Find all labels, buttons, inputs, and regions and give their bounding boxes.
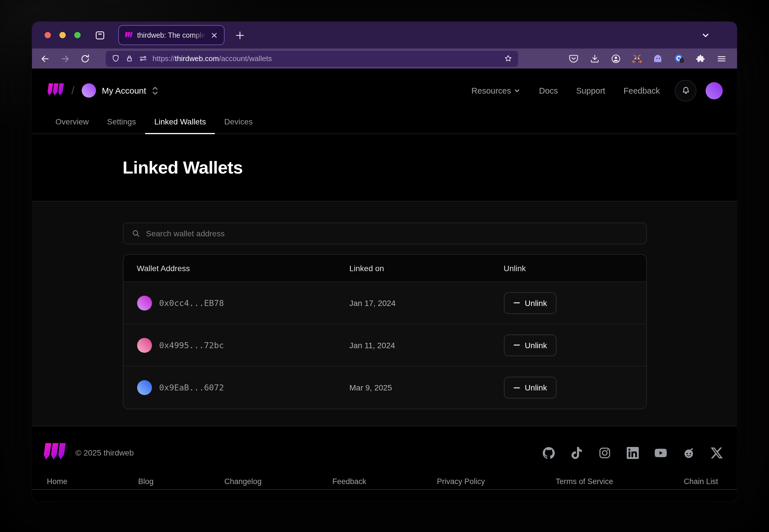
url-scheme: https:// xyxy=(152,54,175,63)
profile-avatar[interactable] xyxy=(706,82,723,99)
nav-feedback[interactable]: Feedback xyxy=(624,86,660,95)
footer-link-terms-of-service[interactable]: Terms of Service xyxy=(555,477,613,486)
permissions-icon[interactable] xyxy=(139,54,147,63)
tracking-protection-shield-icon[interactable] xyxy=(111,54,120,63)
linkedin-icon[interactable] xyxy=(627,447,639,459)
tab-title: thirdweb: The complete web3 dev xyxy=(137,31,206,39)
tab-devices[interactable]: Devices xyxy=(215,117,262,134)
footer-link-feedback[interactable]: Feedback xyxy=(332,477,366,486)
wallet-cell: 0x4995...72bc xyxy=(123,338,349,352)
account-icon[interactable] xyxy=(611,53,621,64)
browser-tab[interactable]: thirdweb: The complete web3 dev xyxy=(118,25,225,45)
bell-icon xyxy=(681,86,691,95)
nav-resources[interactable]: Resources xyxy=(471,86,521,95)
thirdweb-logo[interactable] xyxy=(46,83,64,98)
tab-linked-wallets[interactable]: Linked Wallets xyxy=(145,117,215,134)
account-switcher-chevrons-icon[interactable] xyxy=(151,86,159,95)
list-all-tabs-chevron[interactable] xyxy=(701,30,711,40)
url-bar[interactable]: https://thirdweb.com/account/wallets xyxy=(106,51,518,67)
tab-settings[interactable]: Settings xyxy=(98,117,145,134)
col-linked-on: Linked on xyxy=(349,263,504,273)
footer-link-chain-list[interactable]: Chain List xyxy=(684,477,718,486)
extensions-puzzle-icon[interactable] xyxy=(695,53,706,64)
footer-link-changelog[interactable]: Changelog xyxy=(224,477,262,486)
downloads-icon[interactable] xyxy=(590,53,600,64)
lock-icon[interactable] xyxy=(125,54,134,63)
close-tab-icon[interactable] xyxy=(210,31,218,39)
forward-button[interactable] xyxy=(60,53,70,64)
minus-icon xyxy=(513,341,520,349)
site-footer: © 2025 thirdweb Home Blog Changelog xyxy=(32,426,737,486)
search-icon xyxy=(131,229,140,238)
unlink-button[interactable]: Unlink xyxy=(504,334,556,356)
browser-window: thirdweb: The complete web3 dev xyxy=(32,22,737,501)
reddit-icon[interactable] xyxy=(683,447,695,459)
youtube-icon[interactable] xyxy=(655,447,667,459)
footer-links: Home Blog Changelog Feedback Privacy Pol… xyxy=(42,477,723,486)
reload-button[interactable] xyxy=(80,53,90,64)
linked-on-date: Jan 17, 2024 xyxy=(349,298,504,307)
page-viewport: / My Account Resources Docs Support Feed… xyxy=(32,68,737,490)
onepassword-icon[interactable] xyxy=(674,53,685,64)
url-path: /account/wallets xyxy=(219,54,272,63)
site-header: / My Account Resources Docs Support Feed… xyxy=(32,68,737,112)
url-host: thirdweb.com xyxy=(175,54,219,63)
wallet-search[interactable] xyxy=(122,223,647,244)
linked-wallets-table: Wallet Address Linked on Unlink 0x0cc4..… xyxy=(122,254,647,409)
menu-hamburger-icon[interactable] xyxy=(716,53,727,64)
footer-top-row: © 2025 thirdweb xyxy=(42,443,723,462)
thirdweb-logo xyxy=(42,443,66,462)
window-controls xyxy=(45,32,80,38)
nav-docs[interactable]: Docs xyxy=(539,86,558,95)
browser-tab-bar: thirdweb: The complete web3 dev xyxy=(32,22,737,49)
toolbar-extensions xyxy=(568,53,727,64)
col-unlink: Unlink xyxy=(504,263,646,273)
phantom-icon[interactable] xyxy=(653,53,663,64)
breadcrumb-separator: / xyxy=(71,84,74,97)
nav-support[interactable]: Support xyxy=(576,86,605,95)
footer-link-blog[interactable]: Blog xyxy=(138,477,154,486)
unlink-button[interactable]: Unlink xyxy=(504,292,556,314)
wallet-address: 0x4995...72bc xyxy=(159,340,224,350)
tab-overview[interactable]: Overview xyxy=(46,117,98,134)
main-content: Wallet Address Linked on Unlink 0x0cc4..… xyxy=(32,201,737,426)
unlink-button[interactable]: Unlink xyxy=(504,377,556,398)
table-row: 0x9EaB...6072 Mar 9, 2025 Unlink xyxy=(123,366,646,409)
footer-link-privacy-policy[interactable]: Privacy Policy xyxy=(437,477,485,486)
site-nav: Resources Docs Support Feedback xyxy=(453,80,723,101)
title-section: Linked Wallets xyxy=(32,134,737,201)
metamask-icon[interactable] xyxy=(632,53,642,64)
minus-icon xyxy=(513,299,520,307)
zoom-window-button[interactable] xyxy=(74,32,80,38)
instagram-icon[interactable] xyxy=(599,447,611,459)
wallet-avatar xyxy=(137,295,152,310)
account-avatar[interactable] xyxy=(82,83,96,98)
url-text: https://thirdweb.com/account/wallets xyxy=(152,54,499,63)
page-title: Linked Wallets xyxy=(122,157,647,178)
wallet-address: 0x0cc4...EB78 xyxy=(159,298,224,307)
search-input[interactable] xyxy=(146,229,638,238)
thirdweb-favicon xyxy=(124,32,132,39)
browser-toolbar: https://thirdweb.com/account/wallets xyxy=(32,49,737,68)
desktop-background: thirdweb: The complete web3 dev xyxy=(0,0,769,532)
wallet-cell: 0x0cc4...EB78 xyxy=(123,295,349,310)
minus-icon xyxy=(513,384,520,391)
github-icon[interactable] xyxy=(543,447,555,459)
account-name[interactable]: My Account xyxy=(102,86,146,95)
minimize-window-button[interactable] xyxy=(59,32,66,38)
back-button[interactable] xyxy=(40,53,50,64)
x-icon[interactable] xyxy=(711,447,723,459)
account-tabs: Overview Settings Linked Wallets Devices xyxy=(32,112,737,134)
new-tab-button[interactable] xyxy=(235,30,245,40)
linked-on-date: Jan 11, 2024 xyxy=(349,340,504,350)
footer-link-home[interactable]: Home xyxy=(47,477,67,486)
pocket-icon[interactable] xyxy=(568,53,579,64)
bookmark-star-icon[interactable] xyxy=(504,54,512,63)
notifications-button[interactable] xyxy=(675,80,697,101)
wallet-cell: 0x9EaB...6072 xyxy=(123,380,349,395)
tiktok-icon[interactable] xyxy=(571,447,583,459)
wallet-avatar xyxy=(137,338,152,352)
chevron-down-icon xyxy=(514,87,521,94)
firefox-view-icon[interactable] xyxy=(94,29,106,41)
close-window-button[interactable] xyxy=(45,32,51,38)
